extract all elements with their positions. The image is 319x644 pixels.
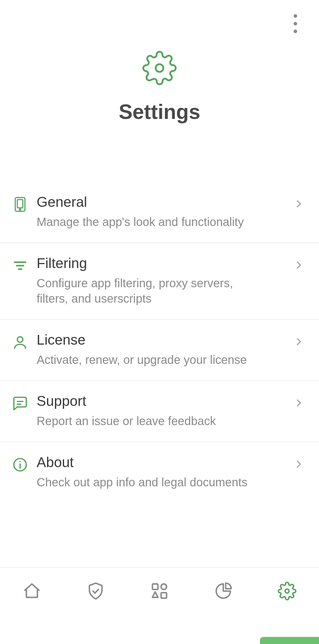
svg-point-0 bbox=[156, 64, 163, 72]
svg-point-14 bbox=[161, 584, 167, 590]
page-header: Settings bbox=[0, 50, 319, 124]
settings-list: General Manage the app's look and functi… bbox=[0, 182, 319, 503]
chevron-right-icon bbox=[293, 397, 305, 409]
bottom-indicator bbox=[260, 637, 319, 644]
apps-tab[interactable] bbox=[128, 568, 191, 614]
row-label: Filtering bbox=[37, 255, 287, 271]
settings-tab[interactable] bbox=[255, 568, 319, 614]
phone-icon bbox=[12, 196, 28, 213]
row-label: About bbox=[37, 454, 287, 470]
chevron-right-icon bbox=[293, 336, 305, 348]
row-label: General bbox=[37, 194, 287, 210]
row-license[interactable]: License Activate, renew, or upgrade your… bbox=[0, 320, 319, 381]
chat-icon bbox=[12, 395, 28, 412]
home-tab[interactable] bbox=[0, 568, 64, 614]
svg-marker-15 bbox=[152, 592, 158, 598]
user-icon bbox=[12, 334, 28, 351]
svg-point-12 bbox=[19, 461, 21, 462]
svg-point-3 bbox=[19, 209, 21, 210]
shield-icon bbox=[86, 582, 105, 601]
row-label: License bbox=[37, 332, 287, 348]
info-icon bbox=[12, 456, 28, 473]
row-desc: Manage the app's look and functionality bbox=[37, 214, 249, 230]
row-general[interactable]: General Manage the app's look and functi… bbox=[0, 182, 319, 243]
svg-rect-2 bbox=[17, 200, 23, 208]
shapes-icon bbox=[150, 582, 169, 601]
gear-icon bbox=[142, 50, 177, 86]
piechart-icon bbox=[214, 582, 233, 601]
svg-rect-13 bbox=[152, 584, 158, 590]
row-desc: Configure app filtering, proxy servers, … bbox=[37, 275, 249, 306]
chevron-right-icon bbox=[293, 458, 305, 470]
gear-icon bbox=[278, 582, 297, 601]
page-title: Settings bbox=[119, 100, 200, 124]
row-support[interactable]: Support Report an issue or leave feedbac… bbox=[0, 381, 319, 442]
svg-point-17 bbox=[285, 589, 289, 593]
svg-rect-16 bbox=[161, 593, 167, 598]
chevron-right-icon bbox=[293, 259, 305, 271]
row-desc: Check out app info and legal documents bbox=[37, 474, 249, 490]
row-desc: Report an issue or leave feedback bbox=[37, 413, 249, 429]
stats-tab[interactable] bbox=[191, 568, 255, 614]
bottom-nav bbox=[0, 567, 319, 614]
chevron-right-icon bbox=[293, 198, 305, 210]
top-bar bbox=[0, 0, 319, 38]
home-icon bbox=[22, 582, 41, 601]
row-label: Support bbox=[37, 393, 287, 409]
row-desc: Activate, renew, or upgrade your license bbox=[37, 352, 249, 367]
filter-icon bbox=[12, 257, 28, 274]
row-filtering[interactable]: Filtering Configure app filtering, proxy… bbox=[0, 243, 319, 320]
row-about[interactable]: About Check out app info and legal docum… bbox=[0, 442, 319, 503]
protection-tab[interactable] bbox=[64, 568, 128, 614]
more-options-button[interactable] bbox=[284, 12, 307, 35]
more-vertical-icon bbox=[294, 14, 297, 33]
svg-point-7 bbox=[17, 337, 23, 342]
